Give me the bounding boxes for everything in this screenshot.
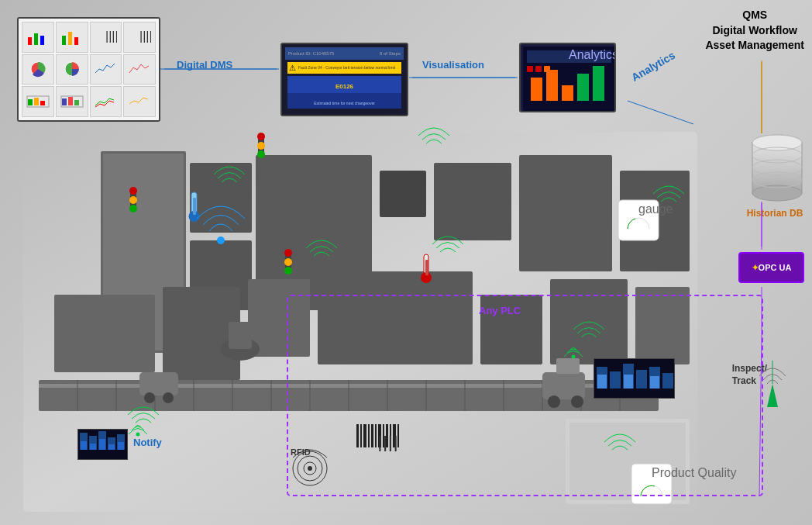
svg-rect-144 xyxy=(360,424,362,447)
svg-rect-133 xyxy=(610,371,621,389)
svg-rect-128 xyxy=(99,439,105,450)
dms-cell xyxy=(22,54,54,85)
svg-rect-110 xyxy=(527,66,533,72)
historian-db-label: Historian DB xyxy=(744,208,806,219)
dms-cell xyxy=(123,54,156,85)
wireless-antenna xyxy=(755,357,790,411)
visualisation-label: Visualisation xyxy=(422,59,484,71)
svg-text:Analytics Dashboard: Analytics Dashboard xyxy=(569,48,615,61)
qms-line3: Asset Management xyxy=(705,38,804,54)
wifi-notify xyxy=(122,415,153,438)
svg-rect-105 xyxy=(531,78,542,101)
svg-rect-137 xyxy=(662,373,673,389)
dms-cell xyxy=(22,22,54,53)
svg-rect-146 xyxy=(368,424,370,447)
svg-rect-107 xyxy=(562,85,573,101)
dms-cell: |||| xyxy=(123,22,156,53)
svg-rect-85 xyxy=(34,33,38,45)
svg-marker-141 xyxy=(767,384,778,407)
svg-text:|||||||||||: ||||||||||| xyxy=(377,432,399,451)
svg-rect-88 xyxy=(68,32,72,45)
opcua-box: ✦OPC UA xyxy=(738,252,804,283)
svg-rect-106 xyxy=(546,70,558,101)
any-plc-label: Any PLC xyxy=(479,305,521,316)
svg-rect-140 xyxy=(650,376,659,389)
notify-label: Notify xyxy=(133,437,162,448)
svg-rect-96 xyxy=(34,98,39,105)
dms-cell: |||| xyxy=(90,22,122,53)
svg-rect-99 xyxy=(62,98,67,105)
svg-rect-139 xyxy=(624,375,633,389)
inspect-track-panel xyxy=(594,358,675,399)
vis-screen-content: Product ID: C1040575 8 of Steps ⚠ Fault … xyxy=(282,44,407,115)
svg-rect-111 xyxy=(535,66,542,72)
vis-top-bar: Product ID: C1040575 8 of Steps xyxy=(285,47,404,60)
svg-rect-100 xyxy=(68,97,73,105)
svg-rect-143 xyxy=(356,424,359,447)
svg-point-116 xyxy=(752,135,802,150)
analytics-content: Analytics Dashboard xyxy=(521,44,614,111)
svg-point-156 xyxy=(136,433,140,437)
svg-rect-87 xyxy=(62,36,66,45)
wifi-agv xyxy=(558,337,589,361)
svg-rect-84 xyxy=(28,37,32,45)
svg-rect-135 xyxy=(636,370,647,389)
dms-cell xyxy=(90,86,122,117)
svg-text:||||: |||| xyxy=(105,29,117,43)
svg-rect-126 xyxy=(81,441,87,450)
vis-status: 8 of Steps xyxy=(380,51,401,56)
qms-header: QMS Digital Workflow Asset Management xyxy=(705,8,804,54)
dms-cell xyxy=(22,86,54,117)
svg-rect-108 xyxy=(577,74,589,101)
dms-cell xyxy=(56,54,88,85)
svg-rect-138 xyxy=(597,375,607,389)
qms-line1: QMS xyxy=(705,8,804,23)
qms-line2: Digital Workflow xyxy=(705,23,804,39)
svg-rect-148 xyxy=(375,424,377,447)
dms-cell xyxy=(56,86,88,117)
svg-rect-130 xyxy=(118,442,124,450)
svg-rect-86 xyxy=(40,36,44,45)
historian-db-cylinder xyxy=(750,132,804,206)
svg-rect-127 xyxy=(90,444,96,450)
visualisation-monitor: Product ID: C1040575 8 of Steps ⚠ Fault … xyxy=(280,43,408,116)
svg-rect-89 xyxy=(74,37,78,45)
svg-rect-112 xyxy=(544,66,550,72)
dms-cell xyxy=(123,86,156,117)
dms-screen-grid: |||| |||| xyxy=(19,19,159,120)
notify-panel xyxy=(77,429,128,460)
svg-point-157 xyxy=(572,355,576,359)
dms-cell xyxy=(56,22,88,53)
svg-rect-147 xyxy=(371,424,373,447)
svg-rect-95 xyxy=(28,99,33,105)
svg-rect-101 xyxy=(74,100,79,105)
dms-cell xyxy=(90,54,122,85)
svg-rect-109 xyxy=(593,66,604,101)
vis-top-text: Product ID: C1040575 xyxy=(288,51,334,56)
svg-text:||||: |||| xyxy=(139,29,151,43)
analytics-monitor: Analytics Dashboard xyxy=(519,43,616,112)
dms-monitor: |||| |||| xyxy=(17,17,160,122)
digital-dms-label: Digital DMS xyxy=(177,59,232,71)
barcode-icon: ||||||||||| xyxy=(356,424,399,457)
svg-rect-97 xyxy=(40,101,45,105)
rfid-label: RFID xyxy=(291,447,311,457)
svg-rect-145 xyxy=(363,424,366,447)
svg-rect-129 xyxy=(108,444,115,450)
